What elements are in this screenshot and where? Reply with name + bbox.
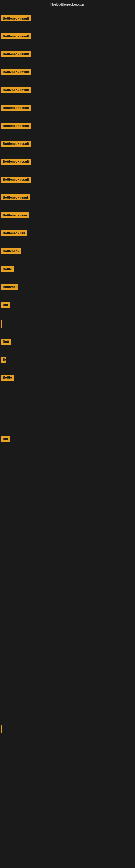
- bottleneck-badge: Bottle: [1, 375, 14, 380]
- vertical-line-indicator: [1, 320, 2, 328]
- items-container: Bottleneck result Bottleneck result Bott…: [0, 9, 135, 820]
- bottleneck-badge: Bottle: [1, 266, 14, 272]
- bottleneck-badge: Bot: [1, 302, 10, 308]
- list-item[interactable]: Bottleneck resul: [0, 189, 135, 207]
- list-item[interactable]: Bottleneck result: [0, 135, 135, 153]
- list-item[interactable]: Bottleneck result: [0, 46, 135, 64]
- bottleneck-badge: Bottleneck result: [1, 159, 31, 165]
- site-title: TheBottlenecker.com: [0, 0, 135, 9]
- list-item[interactable]: Bottleneck result: [0, 153, 135, 171]
- bottleneck-badge: Bottleneck result: [1, 141, 31, 147]
- list-item[interactable]: Bottle: [0, 369, 135, 387]
- list-item[interactable]: [0, 314, 135, 333]
- list-item[interactable]: Bo: [0, 351, 135, 369]
- bottleneck-badge: Bottleneck result: [1, 51, 31, 57]
- bottom-section: [0, 665, 135, 720]
- list-item[interactable]: Bottleneck result: [0, 64, 135, 82]
- bottleneck-badge: Bo: [1, 357, 6, 363]
- empty-gap: [0, 387, 135, 431]
- list-item[interactable]: Bottleneck: [0, 243, 135, 261]
- list-item[interactable]: Bottleneck result: [0, 28, 135, 46]
- bottleneck-badge: Bottlenec: [1, 284, 18, 290]
- bottleneck-badge: Bottleneck result: [1, 33, 31, 39]
- list-item[interactable]: Bottleneck result: [0, 118, 135, 135]
- list-item[interactable]: Bot: [0, 297, 135, 314]
- bottleneck-badge: Bottleneck res: [1, 230, 27, 236]
- list-item[interactable]: Bottleneck result: [0, 99, 135, 118]
- bottleneck-badge: Bott: [1, 339, 11, 345]
- list-item[interactable]: Bottleneck result: [0, 171, 135, 189]
- footer-space: [0, 739, 135, 820]
- bottleneck-badge: Bottleneck result: [1, 123, 31, 129]
- large-empty-section: [0, 448, 135, 665]
- bottleneck-badge: Bottleneck result: [1, 87, 31, 93]
- bottleneck-badge: Bottleneck result: [1, 177, 31, 183]
- list-item[interactable]: Bottleneck res: [0, 225, 135, 243]
- list-item[interactable]: Bottle: [0, 261, 135, 279]
- bottleneck-badge: Bottleneck result: [1, 69, 31, 75]
- bottleneck-badge: Bottleneck result: [1, 16, 31, 22]
- vertical-line-indicator: [1, 725, 2, 733]
- bottleneck-badge: Bottleneck resul: [1, 194, 30, 200]
- list-item[interactable]: Bottleneck result: [0, 82, 135, 99]
- bottleneck-badge: Bottleneck resu: [1, 212, 29, 218]
- list-item[interactable]: Bottleneck result: [0, 10, 135, 28]
- list-item[interactable]: Bottleneck resu: [0, 207, 135, 225]
- bottleneck-badge: Bottleneck: [1, 248, 21, 254]
- bottleneck-badge: Bot: [1, 436, 10, 442]
- bottleneck-badge: Bottleneck result: [1, 105, 31, 111]
- list-item[interactable]: Bott: [0, 333, 135, 351]
- list-item[interactable]: Bot: [0, 431, 135, 448]
- list-item[interactable]: [0, 720, 135, 739]
- list-item[interactable]: Bottlenec: [0, 279, 135, 297]
